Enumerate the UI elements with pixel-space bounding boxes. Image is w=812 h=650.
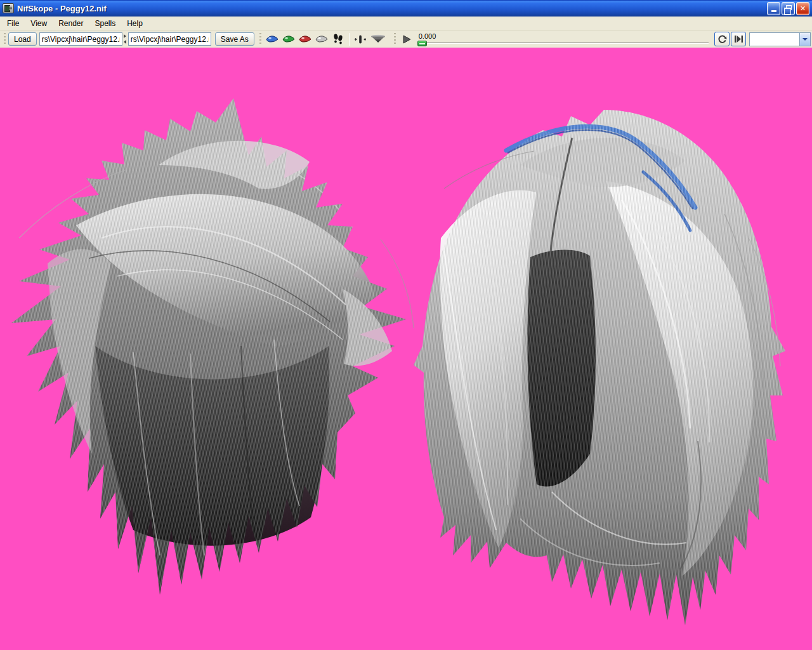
camera-cone-icon[interactable] [369, 32, 387, 46]
close-button[interactable]: ✕ [796, 2, 809, 15]
show-collision-eye-green-icon[interactable] [281, 32, 296, 46]
show-constraints-eye-red-icon[interactable] [298, 32, 313, 46]
splitter-arrow-left-icon [124, 40, 126, 44]
anim-switch-button[interactable] [731, 32, 746, 46]
menu-bar: File View Render Spells Help [0, 17, 812, 30]
time-value: 0.000 [417, 32, 709, 40]
show-footsteps-icon[interactable] [331, 32, 346, 46]
splitter-arrow-right-icon [124, 34, 126, 38]
animation-time-block: 0.000 [417, 30, 709, 48]
show-markers-eye-grey-icon[interactable] [314, 32, 329, 46]
play-button[interactable] [399, 32, 414, 46]
save-as-button[interactable]: Save As [215, 32, 254, 46]
window-title: NifSkope - Peggy12.nif [17, 4, 767, 13]
toolbar-grip[interactable] [393, 33, 397, 46]
chevron-down-icon [802, 38, 808, 41]
load-path-input[interactable] [39, 32, 122, 46]
menu-render[interactable]: Render [53, 17, 89, 30]
nifskope-app-icon [3, 3, 14, 13]
load-button[interactable]: Load [8, 32, 37, 46]
toolbar-separator [349, 33, 350, 46]
menu-view[interactable]: View [25, 17, 53, 30]
nifskope-window: NifSkope - Peggy12.nif ✕ File View Rende… [0, 0, 812, 650]
hair-mesh-render [0, 48, 812, 650]
axis-translate-icon[interactable] [353, 32, 368, 46]
menu-help[interactable]: Help [121, 17, 148, 30]
path-splitter[interactable] [122, 32, 128, 46]
minimize-button[interactable] [767, 2, 780, 15]
titlebar[interactable]: NifSkope - Peggy12.nif ✕ [0, 0, 812, 17]
time-slider[interactable] [417, 40, 709, 46]
time-slider-handle[interactable] [417, 41, 427, 46]
menu-file[interactable]: File [1, 17, 25, 30]
main-toolbar: Load Save As [0, 30, 812, 48]
combobox-value [750, 33, 799, 46]
toolbar-grip[interactable] [3, 33, 7, 46]
render-viewport[interactable] [0, 48, 812, 650]
menu-spells[interactable]: Spells [89, 17, 122, 30]
save-path-input[interactable] [128, 32, 211, 46]
anim-loop-button[interactable] [714, 32, 730, 46]
toolbar-grip[interactable] [258, 33, 263, 46]
animation-combobox[interactable] [749, 32, 811, 46]
show-nodes-eye-blue-icon[interactable] [265, 32, 280, 46]
restore-button[interactable] [782, 2, 795, 15]
combobox-dropdown-button[interactable] [799, 33, 810, 46]
